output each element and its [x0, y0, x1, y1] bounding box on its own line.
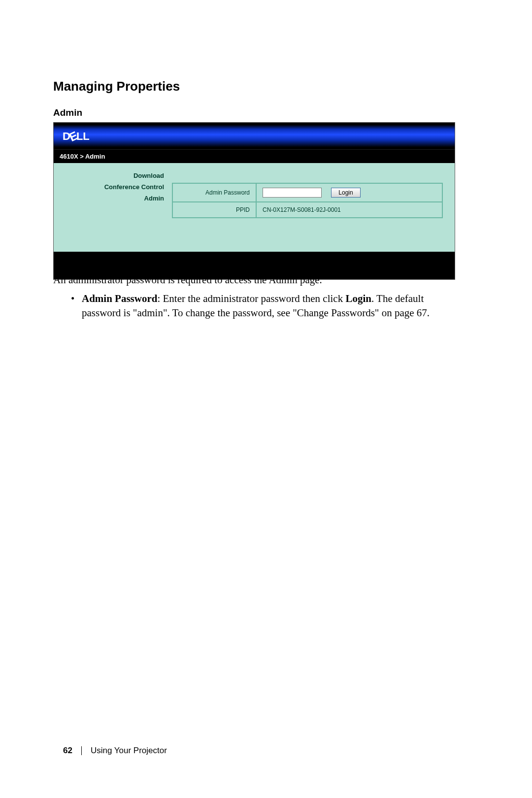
bullet-bold-2: Login — [345, 293, 371, 304]
bullet-text-1: : Enter the administrator password then … — [157, 293, 345, 304]
ppid-value: CN-0X127M-S0081-92J-0001 — [256, 202, 442, 218]
bullet-admin-password: Admin Password: Enter the administrator … — [71, 292, 455, 320]
sidebar-item-conference-control[interactable]: Conference Control — [58, 181, 164, 193]
admin-table: Admin Password Login PPID CN-0X127M-S008… — [172, 183, 443, 218]
dell-logo: DELL — [63, 130, 90, 143]
login-button[interactable]: Login — [331, 188, 360, 198]
main-panel: Admin Password Login PPID CN-0X127M-S008… — [172, 163, 455, 252]
admin-screenshot: DELL 4610X > Admin Download Conference C… — [53, 122, 455, 280]
admin-password-label: Admin Password — [172, 183, 256, 202]
sidebar: Download Conference Control Admin — [54, 163, 172, 252]
footer-section: Using Your Projector — [91, 746, 167, 756]
password-row: Admin Password Login — [172, 183, 442, 202]
admin-password-cell: Login — [256, 183, 442, 202]
section-heading: Managing Properties — [53, 79, 180, 94]
sidebar-item-admin[interactable]: Admin — [58, 193, 164, 204]
sidebar-item-download[interactable]: Download — [58, 170, 164, 181]
ppid-row: PPID CN-0X127M-S0081-92J-0001 — [172, 202, 442, 218]
section-subheading: Admin — [53, 107, 82, 118]
admin-password-input[interactable] — [263, 188, 322, 198]
breadcrumb: 4610X > Admin — [54, 149, 455, 163]
screenshot-topbar: DELL — [54, 123, 455, 149]
ppid-label: PPID — [172, 202, 256, 218]
bullet-bold-1: Admin Password — [82, 293, 157, 304]
intro-paragraph: An administrator password is required to… — [53, 273, 455, 287]
body-text: An administrator password is required to… — [53, 273, 455, 320]
page-footer: 62 Using Your Projector — [63, 746, 167, 756]
screenshot-body: Download Conference Control Admin Admin … — [54, 163, 455, 252]
footer-separator — [81, 746, 82, 755]
page-number: 62 — [63, 746, 72, 756]
